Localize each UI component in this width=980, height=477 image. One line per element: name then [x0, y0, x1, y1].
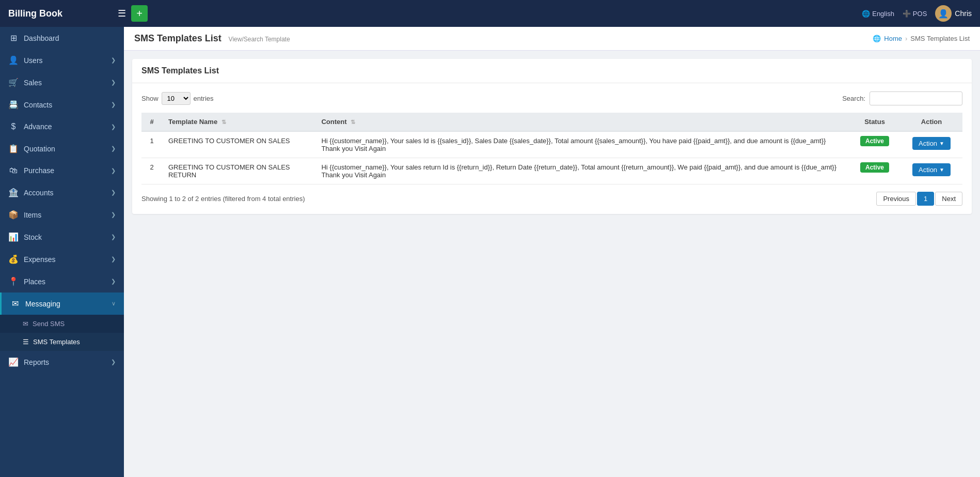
- app-brand: Billing Book: [8, 8, 112, 19]
- sidebar-item-sales[interactable]: 🛒 Sales ❯: [0, 71, 124, 94]
- accounts-icon: 🏦: [8, 188, 19, 197]
- col-header-content[interactable]: Content ⇅: [315, 113, 849, 131]
- places-icon: 📍: [8, 276, 19, 286]
- avatar: 👤: [935, 5, 952, 22]
- sidebar-item-contacts[interactable]: 📇 Contacts ❯: [0, 94, 124, 116]
- sidebar-item-dashboard[interactable]: ⊞ Dashboard: [0, 27, 124, 49]
- reports-icon: 📈: [8, 357, 19, 367]
- sms-templates-card: SMS Templates List Show 10 25 50 100 ent…: [132, 59, 972, 214]
- col-header-num: #: [141, 113, 162, 131]
- advance-icon: $: [8, 122, 19, 131]
- breadcrumb-home-link[interactable]: Home: [884, 35, 902, 42]
- breadcrumb-bar: SMS Templates List View/Search Template …: [124, 27, 980, 51]
- sidebar-label-sales: Sales: [24, 79, 42, 87]
- breadcrumb-separator: ›: [905, 35, 907, 42]
- cell-template-name: GREETING TO CUSTOMER ON SALES RETURN: [162, 158, 315, 184]
- breadcrumb: 🌐 Home › SMS Templates List: [873, 35, 970, 42]
- app-body: ⊞ Dashboard 👤 Users ❯ 🛒 Sales ❯ 📇 Contac…: [0, 27, 980, 477]
- sidebar-item-users[interactable]: 👤 Users ❯: [0, 49, 124, 71]
- sms-templates-icon: ☰: [23, 338, 29, 346]
- hamburger-icon[interactable]: ☰: [118, 8, 126, 19]
- chevron-right-icon: ❯: [111, 189, 116, 196]
- search-label: Search:: [842, 95, 865, 102]
- col-header-status: Status: [849, 113, 900, 131]
- chevron-right-icon: ❯: [111, 79, 116, 86]
- table-controls: Show 10 25 50 100 entries Search:: [141, 91, 962, 105]
- sidebar-label-dashboard: Dashboard: [24, 34, 59, 42]
- action-button-1[interactable]: Action ▼: [912, 137, 951, 150]
- language-selector[interactable]: 🌐 English: [862, 10, 894, 18]
- next-button[interactable]: Next: [935, 192, 962, 206]
- sidebar-item-messaging[interactable]: ✉ Messaging ∨: [0, 293, 124, 315]
- sidebar-item-quotation[interactable]: 📋 Quotation ❯: [0, 137, 124, 160]
- status-badge: Active: [860, 162, 889, 173]
- col-header-template-name[interactable]: Template Name ⇅: [162, 113, 315, 131]
- chevron-right-icon: ❯: [111, 359, 116, 365]
- pagination: Previous 1 Next: [876, 192, 962, 206]
- cell-status: Active: [849, 158, 900, 184]
- chevron-right-icon: ❯: [111, 234, 116, 240]
- chevron-right-icon: ❯: [111, 256, 116, 263]
- chevron-right-icon: ❯: [111, 211, 116, 218]
- card-body: Show 10 25 50 100 entries Search:: [132, 83, 972, 214]
- sidebar-label-contacts: Contacts: [24, 101, 52, 109]
- dropdown-caret-icon: ▼: [939, 167, 944, 173]
- user-menu[interactable]: 👤 Chris: [935, 5, 972, 22]
- topnav-right: 🌐 English ➕ POS 👤 Chris: [862, 5, 972, 22]
- main-content: SMS Templates List View/Search Template …: [124, 27, 980, 477]
- sidebar-label-expenses: Expenses: [24, 255, 55, 264]
- dropdown-caret-icon: ▼: [939, 141, 944, 146]
- sidebar-label-places: Places: [24, 278, 45, 286]
- showing-text: Showing 1 to 2 of 2 entries (filtered fr…: [141, 195, 305, 203]
- action-button-2[interactable]: Action ▼: [912, 163, 951, 176]
- stock-icon: 📊: [8, 232, 19, 242]
- sidebar-item-purchase[interactable]: 🛍 Purchase ❯: [0, 160, 124, 181]
- cell-content: Hi {{customer_name}}, Your sales return …: [315, 158, 849, 184]
- entries-select[interactable]: 10 25 50 100: [162, 92, 191, 105]
- cell-content: Hi {{customer_name}}, Your sales Id is {…: [315, 131, 849, 158]
- breadcrumb-home-icon: 🌐: [873, 35, 881, 42]
- chevron-down-icon: ∨: [112, 300, 116, 307]
- sidebar-item-advance[interactable]: $ Advance ❯: [0, 116, 124, 137]
- sort-icon-template-name: ⇅: [222, 119, 226, 125]
- messaging-icon: ✉: [10, 299, 20, 309]
- sidebar-item-places[interactable]: 📍 Places ❯: [0, 270, 124, 293]
- page-subtitle: View/Search Template: [229, 36, 290, 43]
- sidebar-submenu-send-sms[interactable]: ✉ Send SMS: [0, 315, 124, 333]
- card-header: SMS Templates List: [132, 59, 972, 83]
- topnav: Billing Book ☰ + 🌐 English ➕ POS 👤 Chris: [0, 0, 980, 27]
- entries-label: entries: [194, 95, 214, 102]
- chevron-right-icon: ❯: [111, 167, 116, 174]
- sidebar-item-reports[interactable]: 📈 Reports ❯: [0, 351, 124, 373]
- sidebar-item-stock[interactable]: 📊 Stock ❯: [0, 226, 124, 248]
- sidebar-label-accounts: Accounts: [24, 189, 54, 197]
- cell-action: Action ▼: [900, 158, 962, 184]
- sidebar-item-accounts[interactable]: 🏦 Accounts ❯: [0, 181, 124, 204]
- sms-templates-table: # Template Name ⇅ Content ⇅ St: [141, 113, 962, 184]
- sidebar-label-purchase: Purchase: [24, 166, 54, 175]
- sidebar-item-expenses[interactable]: 💰 Expenses ❯: [0, 248, 124, 270]
- page-1-button[interactable]: 1: [917, 192, 934, 206]
- show-label: Show: [141, 95, 159, 102]
- pos-button[interactable]: ➕ POS: [903, 10, 927, 18]
- previous-button[interactable]: Previous: [876, 192, 916, 206]
- sidebar-submenu-sms-templates[interactable]: ☰ SMS Templates: [0, 333, 124, 351]
- pos-icon: ➕: [903, 10, 911, 18]
- page-title: SMS Templates List: [134, 33, 222, 43]
- col-header-action: Action: [900, 113, 962, 131]
- search-input[interactable]: [870, 91, 962, 105]
- sidebar-item-items[interactable]: 📦 Items ❯: [0, 204, 124, 226]
- messaging-submenu: ✉ Send SMS ☰ SMS Templates: [0, 315, 124, 351]
- sidebar-label-reports: Reports: [24, 358, 49, 366]
- quotation-icon: 📋: [8, 144, 19, 153]
- cell-num: 2: [141, 158, 162, 184]
- cell-template-name: GREETING TO CUSTOMER ON SALES: [162, 131, 315, 158]
- users-icon: 👤: [8, 55, 19, 65]
- dashboard-icon: ⊞: [8, 33, 19, 43]
- plus-button[interactable]: +: [131, 5, 148, 22]
- sidebar-label-quotation: Quotation: [24, 145, 55, 153]
- contacts-icon: 📇: [8, 100, 19, 110]
- cell-action: Action ▼: [900, 131, 962, 158]
- globe-icon: 🌐: [862, 10, 870, 18]
- sms-templates-label: SMS Templates: [33, 338, 80, 346]
